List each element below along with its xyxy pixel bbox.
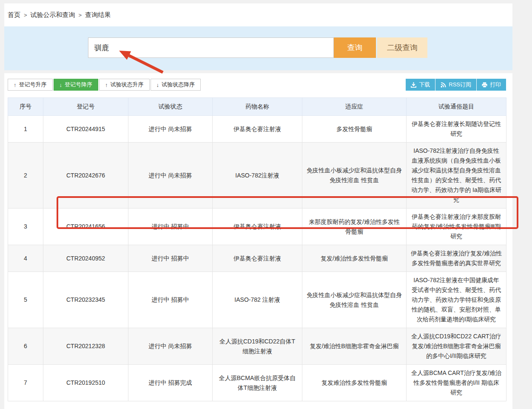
printer-icon	[482, 82, 487, 88]
table-cell: 伊基奥仑赛注射液治疗来那度胺耐药的复发/难治性多发性骨髓瘤Ⅲ期研究	[407, 209, 506, 245]
table-cell: 免疫性血小板减少症和温抗体型自身免疫性溶血 性贫血	[302, 272, 407, 328]
table-cell: 5	[8, 272, 43, 328]
table-cell: 伊基奥仑赛注射液	[213, 209, 302, 245]
table-cell: 全人源BCMA CART治疗复发/难治性多发性骨髓瘤患者的I/II 期临床研究	[407, 365, 506, 401]
table-cell: 进行中 尚未招募	[128, 116, 213, 143]
results-panel: ↑登记号升序↓登记号降序↑试验状态升序↓试验状态降序 下载 RSS订阅	[4, 73, 512, 409]
column-header: 药物名称	[213, 98, 302, 116]
rss-label: RSS订阅	[449, 81, 471, 89]
column-header: 登记号	[43, 98, 128, 116]
table-cell: 伊基奥仑赛注射液长期随访登记性研究	[407, 116, 506, 143]
download-label: 下载	[419, 81, 430, 89]
table-cell: 进行中 尚未招募	[128, 143, 213, 209]
table-cell: IASO-782注射液治疗自身免疫性血液系统疾病（自身免疫性血小板减少症和温抗体…	[407, 143, 506, 209]
download-button[interactable]: 下载	[406, 79, 435, 91]
table-row[interactable]: 7CTR20192510进行中 招募完成全人源BCMA嵌合抗原受体自体T细胞注射…	[8, 365, 506, 401]
arrow-down-icon: ↓	[156, 82, 159, 88]
page: 首页 > 试验公示和查询 > 查询结果 查询 二级查询 ↑登记号升序↓登记号降序…	[0, 0, 532, 409]
arrow-up-icon: ↑	[105, 82, 108, 88]
table-row[interactable]: 2CTR20242676进行中 尚未招募IASO-782注射液免疫性血小板减少症…	[8, 143, 506, 209]
table-row[interactable]: 4CTR20240952进行中 招募中伊基奥仑赛注射液复发/难治性多发性骨髓瘤伊…	[8, 245, 506, 272]
table-cell: 全人源抗CD19和CD22 CART治疗复发/难治性B细胞非霍奇金淋巴瘤的多中心…	[407, 328, 506, 365]
table-cell: IASO-782注射液在中国健康成年受试者中的安全性、耐受性、药代动力学、药效动…	[407, 272, 506, 328]
download-icon	[411, 82, 416, 88]
table-cell: IASO-782 注射液	[213, 272, 302, 328]
sort-button-group: ↑登记号升序↓登记号降序↑试验状态升序↓试验状态降序	[8, 79, 202, 91]
table-cell: CTR20232345	[43, 272, 128, 328]
table-header-row: 序号登记号试验状态药物名称适应症试验通俗题目	[8, 98, 506, 116]
table-cell: 6	[8, 328, 43, 365]
table-cell: 7	[8, 365, 43, 401]
arrow-up-icon: ↑	[14, 82, 17, 88]
table-cell: 全人源BCMA嵌合抗原受体自体T细胞注射液	[213, 365, 302, 401]
table-cell: IASO-782注射液	[213, 143, 302, 209]
table-cell: 复发难治性多发性骨髓瘤	[302, 365, 407, 401]
table-cell: 多发性骨髓瘤	[302, 116, 407, 143]
table-cell: CTR20241656	[43, 209, 128, 245]
table-cell: 进行中 招募中	[128, 209, 213, 245]
table-cell: 进行中 招募中	[128, 272, 213, 328]
table-cell: 进行中 尚未招募	[128, 328, 213, 365]
table-cell: CTR20192510	[43, 365, 128, 401]
toolbar: ↑登记号升序↓登记号降序↑试验状态升序↓试验状态降序 下载 RSS订阅	[8, 79, 506, 91]
breadcrumb-search-section[interactable]: 试验公示和查询	[31, 11, 75, 19]
sort-status-desc-button[interactable]: ↓试验状态降序	[151, 79, 201, 91]
table-cell: 来那度胺耐药的复发/难治性多发性骨髓瘤	[302, 209, 407, 245]
sort-button-label: 登记号降序	[65, 81, 92, 89]
column-header: 试验状态	[128, 98, 213, 116]
table-cell: CTR20212328	[43, 328, 128, 365]
advanced-search-button[interactable]: 二级查询	[377, 37, 427, 58]
print-label: 打印	[490, 81, 501, 89]
table-cell: 复发/难治性B细胞非霍奇金淋巴瘤	[302, 328, 407, 365]
sort-status-asc-button[interactable]: ↑试验状态升序	[99, 79, 150, 91]
breadcrumb-separator: >	[24, 12, 27, 18]
table-row[interactable]: 1CTR20244915进行中 尚未招募伊基奥仑赛注射液多发性骨髓瘤伊基奥仑赛注…	[8, 116, 506, 143]
table-row[interactable]: 5CTR20232345进行中 招募中IASO-782 注射液免疫性血小板减少症…	[8, 272, 506, 328]
arrow-down-icon: ↓	[60, 82, 63, 88]
table-cell: 伊基奥仑赛注射液	[213, 245, 302, 272]
breadcrumb: 首页 > 试验公示和查询 > 查询结果	[4, 3, 512, 26]
breadcrumb-home[interactable]: 首页	[8, 11, 20, 19]
sort-button-label: 试验状态降序	[162, 81, 195, 89]
action-button-group: 下载 RSS订阅 打印	[406, 79, 506, 91]
print-button[interactable]: 打印	[476, 79, 506, 91]
sort-button-label: 登记号升序	[19, 81, 47, 89]
sort-button-label: 试验状态升序	[111, 81, 144, 89]
search-input[interactable]	[88, 37, 334, 58]
table-row[interactable]: 6CTR20212328进行中 尚未招募全人源抗CD19和CD22自体T细胞注射…	[8, 328, 506, 365]
table-cell: 伊基奥仑赛注射液	[213, 116, 302, 143]
table-cell: 进行中 招募完成	[128, 365, 213, 401]
search-band: 查询 二级查询	[4, 26, 512, 70]
sort-regno-asc-button[interactable]: ↑登记号升序	[8, 79, 53, 91]
table-cell: CTR20242676	[43, 143, 128, 209]
table-cell: 3	[8, 209, 43, 245]
table-cell: CTR20240952	[43, 245, 128, 272]
search-button[interactable]: 查询	[334, 37, 376, 58]
column-header: 试验通俗题目	[407, 98, 506, 116]
rss-button[interactable]: RSS订阅	[435, 79, 476, 91]
results-table: 序号登记号试验状态药物名称适应症试验通俗题目 1CTR20244915进行中 尚…	[8, 97, 506, 401]
table-cell: 进行中 招募中	[128, 245, 213, 272]
table-cell: 4	[8, 245, 43, 272]
sort-regno-desc-button[interactable]: ↓登记号降序	[54, 79, 99, 91]
table-cell: 2	[8, 143, 43, 209]
column-header: 序号	[8, 98, 43, 116]
table-cell: CTR20244915	[43, 116, 128, 143]
rss-icon	[441, 82, 446, 88]
table-cell: 全人源抗CD19和CD22自体T细胞注射液	[213, 328, 302, 365]
table-cell: 伊基奥仑赛注射液治疗复发/难治性多发性骨髓瘤患者的真实世界研究	[407, 245, 506, 272]
table-cell: 免疫性血小板减少症和温抗体型自身免疫性溶血 性贫血	[302, 143, 407, 209]
breadcrumb-separator: >	[79, 12, 82, 18]
column-header: 适应症	[302, 98, 407, 116]
table-cell: 复发/难治性多发性骨髓瘤	[302, 245, 407, 272]
table-row[interactable]: 3CTR20241656进行中 招募中伊基奥仑赛注射液来那度胺耐药的复发/难治性…	[8, 209, 506, 245]
table-cell: 1	[8, 116, 43, 143]
breadcrumb-current: 查询结果	[85, 11, 111, 19]
